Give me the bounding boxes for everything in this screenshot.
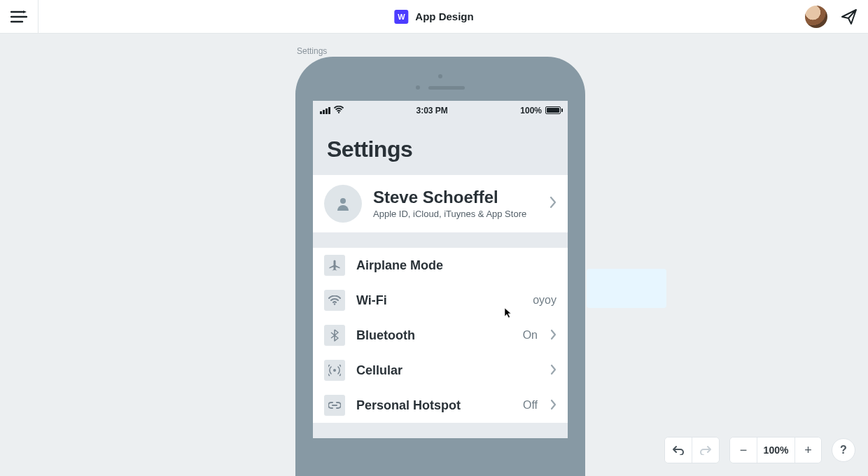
cellular-icon bbox=[324, 360, 345, 381]
person-icon bbox=[324, 185, 362, 223]
mock-profile-name: Steve Schoeffel bbox=[373, 188, 538, 206]
status-battery-pct: 100% bbox=[520, 106, 542, 115]
mock-settings-row[interactable]: BluetoothOn bbox=[313, 318, 568, 353]
mock-settings-row[interactable]: Cellular bbox=[313, 353, 568, 388]
mock-row-label: Wi-Fi bbox=[356, 293, 522, 308]
mock-profile-subtitle: Apple ID, iCloud, iTuynes & App Store bbox=[373, 209, 538, 219]
mock-settings-row[interactable]: Wi-Fioyoy bbox=[313, 283, 568, 318]
mock-status-bar: 3:03 PM 100% bbox=[313, 101, 568, 118]
zoom-in-button[interactable]: + bbox=[794, 438, 821, 463]
signal-icon bbox=[320, 107, 330, 114]
undo-button[interactable] bbox=[665, 438, 692, 463]
menu-toggle-button[interactable] bbox=[0, 0, 38, 34]
status-time: 3:03 PM bbox=[416, 106, 447, 115]
undo-icon bbox=[672, 445, 685, 455]
svg-point-9 bbox=[340, 198, 346, 204]
device-screen: 3:03 PM 100% Settings Steve Schoeffel Ap… bbox=[313, 101, 568, 438]
canvas-controls: − 100% + ? bbox=[664, 437, 855, 463]
redo-button[interactable] bbox=[692, 438, 719, 463]
airplane-icon bbox=[324, 255, 345, 276]
mock-row-value: oyoy bbox=[533, 294, 556, 307]
mock-row-value: On bbox=[523, 329, 538, 342]
svg-point-10 bbox=[334, 303, 335, 304]
menu-toggle-icon bbox=[10, 10, 27, 23]
device-frame: 3:03 PM 100% Settings Steve Schoeffel Ap… bbox=[295, 57, 585, 476]
wifi-icon bbox=[324, 290, 345, 311]
selection-hint bbox=[587, 269, 666, 308]
mock-page-title: Settings bbox=[313, 118, 568, 175]
artboard-label[interactable]: Settings bbox=[297, 46, 327, 56]
document-title[interactable]: App Design bbox=[415, 10, 473, 22]
app-header: W App Design bbox=[0, 0, 868, 34]
hotspot-icon bbox=[324, 395, 345, 416]
design-canvas[interactable]: Settings 3:03 PM 100% Settings bbox=[0, 34, 868, 476]
paper-plane-icon bbox=[841, 8, 858, 25]
chevron-right-icon bbox=[550, 398, 556, 414]
zoom-out-button[interactable]: − bbox=[730, 438, 757, 463]
mock-settings-row[interactable]: Airplane Mode bbox=[313, 248, 568, 283]
svg-point-11 bbox=[333, 369, 336, 372]
wifi-status-icon bbox=[334, 105, 344, 115]
user-avatar[interactable] bbox=[805, 6, 827, 28]
battery-icon bbox=[545, 106, 561, 114]
chevron-right-icon bbox=[550, 363, 556, 379]
chevron-right-icon bbox=[550, 328, 556, 344]
redo-icon bbox=[699, 445, 712, 455]
doc-type-badge: W bbox=[394, 10, 408, 24]
mock-row-label: Bluetooth bbox=[356, 328, 512, 343]
bluetooth-icon bbox=[324, 325, 345, 346]
svg-point-8 bbox=[338, 112, 340, 113]
mock-row-value: Off bbox=[523, 399, 538, 412]
mock-row-label: Personal Hotspot bbox=[356, 398, 512, 413]
help-button[interactable]: ? bbox=[832, 438, 855, 462]
zoom-value[interactable]: 100% bbox=[757, 438, 794, 463]
mock-profile-row[interactable]: Steve Schoeffel Apple ID, iCloud, iTuyne… bbox=[313, 175, 568, 232]
mock-row-label: Cellular bbox=[356, 363, 538, 378]
share-button[interactable] bbox=[840, 8, 858, 26]
device-notch bbox=[313, 74, 568, 90]
mock-settings-row[interactable]: Personal HotspotOff bbox=[313, 388, 568, 423]
chevron-right-icon bbox=[550, 195, 556, 213]
mock-row-label: Airplane Mode bbox=[356, 258, 556, 273]
